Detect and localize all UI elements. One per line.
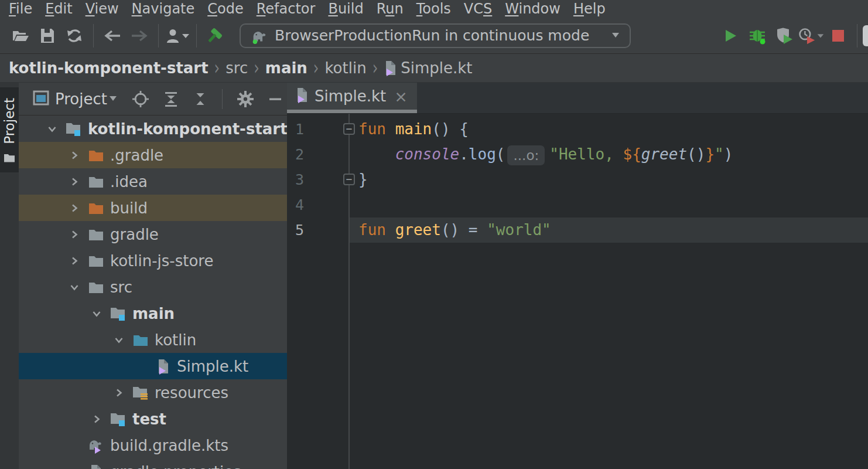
code-line-5[interactable]: fun greet() = "world" [350, 217, 868, 243]
menu-item-run[interactable]: Run [370, 0, 410, 18]
menu-item-vcs[interactable]: VCS [457, 0, 498, 18]
back-icon[interactable] [99, 22, 126, 49]
menu-item-file[interactable]: File [2, 0, 39, 18]
code-line-4[interactable] [350, 192, 868, 217]
tree-item-label: kotlin-komponent-start [88, 120, 287, 138]
chevron-right-icon[interactable] [111, 385, 127, 400]
code-token: "world" [487, 221, 551, 239]
tab-close-icon[interactable]: × [394, 89, 408, 104]
menu-item-refactor[interactable]: Refactor [250, 0, 322, 18]
tree-item--gradle[interactable]: .gradle [19, 142, 287, 168]
project-stripe-label: Project [2, 98, 17, 144]
run-icon[interactable] [717, 22, 744, 49]
line-number-3[interactable]: 3 [287, 167, 348, 192]
chevron-right-icon[interactable] [89, 412, 104, 427]
profiler-dropdown-icon[interactable] [798, 22, 825, 49]
run-configuration-combo[interactable]: BrowserProductionRun in continuous mode [240, 23, 631, 48]
code-line-3[interactable]: } [350, 167, 868, 192]
run-with-coverage-icon[interactable] [771, 22, 798, 49]
open-project-icon[interactable] [7, 22, 34, 49]
fold-marker-line-3[interactable]: − [343, 174, 355, 185]
menu-item-code[interactable]: Code [201, 0, 250, 18]
code-line-2[interactable]: console.log(...o:"Hello, ${greet()}") [350, 142, 868, 167]
settings-gear-icon[interactable] [237, 90, 254, 108]
collapse-all-icon[interactable] [193, 91, 208, 107]
kotlin-file-icon [295, 87, 309, 106]
build-hammer-icon[interactable] [202, 22, 229, 49]
chevron-right-icon[interactable] [67, 174, 82, 189]
forward-icon[interactable] [126, 22, 153, 49]
menu-item-help[interactable]: Help [567, 0, 612, 18]
tree-item-resources[interactable]: resources [19, 379, 287, 406]
code-line-1[interactable]: fun main() { [350, 117, 868, 142]
tree-item-gradle-properties[interactable]: gradle.properties [19, 458, 287, 469]
tree-item-build[interactable]: build [19, 195, 287, 221]
chevron-down-icon[interactable] [111, 332, 127, 348]
tree-item-label: Simple.kt [177, 358, 248, 375]
code-token: } [358, 171, 368, 188]
code-token: "Hello, [549, 145, 623, 163]
line-number-1[interactable]: 1 [287, 117, 348, 142]
tree-item-src[interactable]: src [19, 274, 287, 300]
menu-item-window[interactable]: Window [498, 0, 567, 18]
code-token: } [705, 145, 715, 163]
user-dropdown-icon[interactable] [164, 22, 191, 49]
editor-body[interactable]: 12345−− fun main() { console.log(...o:"H… [287, 114, 868, 469]
chevron-down-icon[interactable] [89, 306, 104, 321]
project-panel-title[interactable]: Project [55, 90, 107, 108]
code-token: " [715, 145, 724, 163]
save-all-icon[interactable] [34, 22, 61, 49]
line-number-5[interactable]: 5 [287, 217, 348, 243]
chevron-right-icon[interactable] [67, 148, 82, 163]
line-number-2[interactable]: 2 [287, 142, 348, 167]
line-number-4[interactable]: 4 [287, 192, 348, 217]
breadcrumb-item-main[interactable]: main [265, 59, 307, 77]
project-tool-window-button[interactable]: Project [0, 87, 19, 172]
tree-item-main[interactable]: main [19, 300, 287, 327]
project-panel: Project kotlin-komponent-start.gradle.id… [19, 83, 287, 469]
code-area[interactable]: fun main() { console.log(...o:"Hello, ${… [350, 114, 868, 469]
tree-item-build-gradle-kts[interactable]: build.gradle.kts [19, 432, 287, 458]
tree-item-label: .idea [110, 173, 148, 191]
editor[interactable]: Simple.kt × 12345−− fun main() { console… [287, 83, 868, 469]
menu-item-navigate[interactable]: Navigate [125, 0, 201, 18]
folder-icon [3, 152, 16, 165]
tab-simple-kt[interactable]: Simple.kt × [287, 83, 417, 113]
breadcrumb-separator: › [373, 56, 378, 79]
chevron-right-icon[interactable] [67, 200, 82, 216]
project-view-icon [33, 90, 49, 108]
tree-item--idea[interactable]: .idea [19, 168, 287, 195]
tree-item-kotlin-komponent-start[interactable]: kotlin-komponent-start [19, 115, 287, 142]
tree-item-label: build [110, 199, 148, 217]
chevron-right-icon[interactable] [67, 253, 82, 269]
menu-item-edit[interactable]: Edit [39, 0, 78, 18]
debug-icon[interactable] [744, 22, 771, 49]
clipped-toolbar-icon[interactable] [863, 25, 868, 46]
locate-file-icon[interactable] [132, 90, 149, 108]
tree-item-kotlin[interactable]: kotlin [19, 327, 287, 353]
menu-item-build[interactable]: Build [322, 0, 370, 18]
expand-all-icon[interactable] [163, 91, 179, 107]
breadcrumb-item-kotlin[interactable]: kotlin [324, 59, 366, 77]
chevron-right-icon[interactable] [67, 227, 82, 242]
menu-item-tools[interactable]: Tools [410, 0, 457, 18]
menu-item-view[interactable]: View [79, 0, 125, 18]
tree-item-kotlin-js-store[interactable]: kotlin-js-store [19, 247, 287, 274]
chevron-down-icon[interactable] [45, 121, 60, 137]
breadcrumb-item-kotlin-komponent-start[interactable]: kotlin-komponent-start [9, 59, 209, 77]
tree-item-gradle[interactable]: gradle [19, 221, 287, 247]
tab-title: Simple.kt [315, 87, 386, 105]
hide-panel-icon[interactable] [268, 92, 282, 106]
folder-resources-icon [132, 385, 149, 401]
chevron-down-icon[interactable] [67, 280, 82, 295]
sync-icon[interactable] [61, 22, 88, 49]
breadcrumb-item-src[interactable]: src [225, 59, 248, 77]
fold-marker-line-1[interactable]: − [343, 123, 355, 135]
project-title-dropdown-icon[interactable] [108, 93, 118, 104]
tree-item-test[interactable]: test [19, 406, 287, 432]
editor-gutter[interactable]: 12345−− [287, 114, 350, 469]
breadcrumb-item-simple-kt[interactable]: Simple.kt [384, 59, 472, 77]
stop-icon[interactable] [825, 22, 852, 49]
tree-item-simple-kt[interactable]: Simple.kt [19, 353, 287, 379]
folder-icon [87, 279, 105, 295]
